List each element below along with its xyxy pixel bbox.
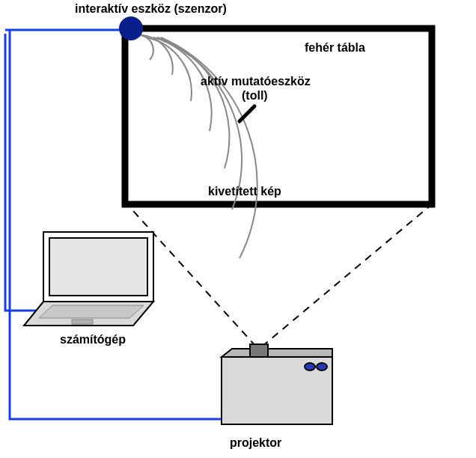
label-computer: számítógép bbox=[60, 333, 126, 346]
label-pointer-line2: (toll) bbox=[242, 89, 268, 103]
svg-point-8 bbox=[317, 363, 327, 370]
svg-line-3 bbox=[262, 204, 432, 346]
svg-rect-0 bbox=[125, 28, 432, 204]
svg-rect-4 bbox=[72, 320, 93, 324]
label-sensor: interaktív eszköz (szenzor) bbox=[75, 2, 227, 16]
label-projector: projektor bbox=[230, 436, 281, 450]
label-pointer-line1: aktív mutatóeszköz bbox=[201, 75, 311, 88]
diagram-svg bbox=[0, 0, 476, 458]
svg-rect-6 bbox=[250, 344, 268, 357]
label-whiteboard: fehér tábla bbox=[305, 41, 365, 55]
svg-point-9 bbox=[119, 16, 143, 40]
svg-point-7 bbox=[305, 363, 315, 370]
label-projected: kivetített kép bbox=[208, 185, 281, 198]
